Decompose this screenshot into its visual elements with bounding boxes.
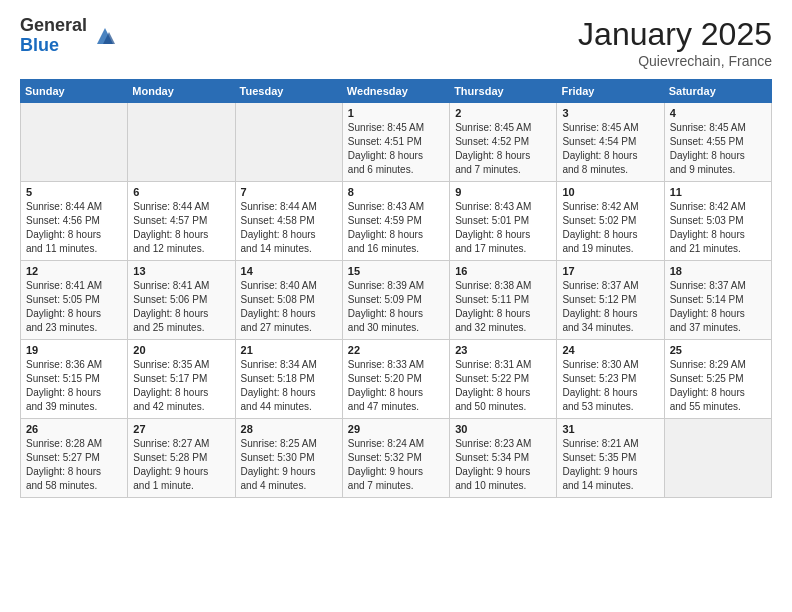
calendar-cell: 12Sunrise: 8:41 AM Sunset: 5:05 PM Dayli… [21, 261, 128, 340]
day-info: Sunrise: 8:27 AM Sunset: 5:28 PM Dayligh… [133, 437, 229, 493]
day-number: 28 [241, 423, 337, 435]
calendar-cell: 15Sunrise: 8:39 AM Sunset: 5:09 PM Dayli… [342, 261, 449, 340]
day-number: 25 [670, 344, 766, 356]
calendar-cell: 28Sunrise: 8:25 AM Sunset: 5:30 PM Dayli… [235, 419, 342, 498]
calendar-cell: 25Sunrise: 8:29 AM Sunset: 5:25 PM Dayli… [664, 340, 771, 419]
calendar-cell: 3Sunrise: 8:45 AM Sunset: 4:54 PM Daylig… [557, 103, 664, 182]
logo-icon [91, 22, 119, 50]
day-number: 9 [455, 186, 551, 198]
calendar-week-row: 26Sunrise: 8:28 AM Sunset: 5:27 PM Dayli… [21, 419, 772, 498]
day-number: 15 [348, 265, 444, 277]
day-number: 16 [455, 265, 551, 277]
calendar-cell: 27Sunrise: 8:27 AM Sunset: 5:28 PM Dayli… [128, 419, 235, 498]
day-number: 7 [241, 186, 337, 198]
day-number: 11 [670, 186, 766, 198]
calendar-cell: 19Sunrise: 8:36 AM Sunset: 5:15 PM Dayli… [21, 340, 128, 419]
calendar-cell [664, 419, 771, 498]
calendar-cell: 16Sunrise: 8:38 AM Sunset: 5:11 PM Dayli… [450, 261, 557, 340]
calendar-cell: 2Sunrise: 8:45 AM Sunset: 4:52 PM Daylig… [450, 103, 557, 182]
calendar-cell: 14Sunrise: 8:40 AM Sunset: 5:08 PM Dayli… [235, 261, 342, 340]
day-number: 2 [455, 107, 551, 119]
calendar-cell: 20Sunrise: 8:35 AM Sunset: 5:17 PM Dayli… [128, 340, 235, 419]
calendar-cell: 8Sunrise: 8:43 AM Sunset: 4:59 PM Daylig… [342, 182, 449, 261]
calendar-cell: 6Sunrise: 8:44 AM Sunset: 4:57 PM Daylig… [128, 182, 235, 261]
month-title: January 2025 [578, 16, 772, 53]
day-info: Sunrise: 8:31 AM Sunset: 5:22 PM Dayligh… [455, 358, 551, 414]
day-info: Sunrise: 8:25 AM Sunset: 5:30 PM Dayligh… [241, 437, 337, 493]
calendar-cell: 7Sunrise: 8:44 AM Sunset: 4:58 PM Daylig… [235, 182, 342, 261]
calendar-cell: 26Sunrise: 8:28 AM Sunset: 5:27 PM Dayli… [21, 419, 128, 498]
day-number: 17 [562, 265, 658, 277]
calendar-cell: 21Sunrise: 8:34 AM Sunset: 5:18 PM Dayli… [235, 340, 342, 419]
page: General Blue January 2025 Quievrechain, … [0, 0, 792, 612]
day-number: 27 [133, 423, 229, 435]
day-number: 3 [562, 107, 658, 119]
calendar-cell: 24Sunrise: 8:30 AM Sunset: 5:23 PM Dayli… [557, 340, 664, 419]
calendar-cell: 9Sunrise: 8:43 AM Sunset: 5:01 PM Daylig… [450, 182, 557, 261]
calendar-week-row: 1Sunrise: 8:45 AM Sunset: 4:51 PM Daylig… [21, 103, 772, 182]
calendar-cell: 13Sunrise: 8:41 AM Sunset: 5:06 PM Dayli… [128, 261, 235, 340]
day-info: Sunrise: 8:41 AM Sunset: 5:05 PM Dayligh… [26, 279, 122, 335]
logo-blue: Blue [20, 36, 87, 56]
day-number: 23 [455, 344, 551, 356]
day-info: Sunrise: 8:35 AM Sunset: 5:17 PM Dayligh… [133, 358, 229, 414]
day-number: 6 [133, 186, 229, 198]
day-info: Sunrise: 8:37 AM Sunset: 5:12 PM Dayligh… [562, 279, 658, 335]
logo-general: General [20, 16, 87, 36]
calendar-cell: 4Sunrise: 8:45 AM Sunset: 4:55 PM Daylig… [664, 103, 771, 182]
day-number: 4 [670, 107, 766, 119]
day-info: Sunrise: 8:45 AM Sunset: 4:55 PM Dayligh… [670, 121, 766, 177]
calendar-table: SundayMondayTuesdayWednesdayThursdayFrid… [20, 79, 772, 498]
day-number: 30 [455, 423, 551, 435]
day-info: Sunrise: 8:39 AM Sunset: 5:09 PM Dayligh… [348, 279, 444, 335]
day-info: Sunrise: 8:30 AM Sunset: 5:23 PM Dayligh… [562, 358, 658, 414]
day-info: Sunrise: 8:42 AM Sunset: 5:03 PM Dayligh… [670, 200, 766, 256]
day-number: 1 [348, 107, 444, 119]
day-info: Sunrise: 8:28 AM Sunset: 5:27 PM Dayligh… [26, 437, 122, 493]
day-info: Sunrise: 8:33 AM Sunset: 5:20 PM Dayligh… [348, 358, 444, 414]
day-header-wednesday: Wednesday [342, 80, 449, 103]
calendar-cell: 5Sunrise: 8:44 AM Sunset: 4:56 PM Daylig… [21, 182, 128, 261]
day-number: 10 [562, 186, 658, 198]
day-number: 24 [562, 344, 658, 356]
day-info: Sunrise: 8:24 AM Sunset: 5:32 PM Dayligh… [348, 437, 444, 493]
day-number: 12 [26, 265, 122, 277]
day-info: Sunrise: 8:29 AM Sunset: 5:25 PM Dayligh… [670, 358, 766, 414]
calendar-cell [21, 103, 128, 182]
day-info: Sunrise: 8:45 AM Sunset: 4:54 PM Dayligh… [562, 121, 658, 177]
day-info: Sunrise: 8:44 AM Sunset: 4:57 PM Dayligh… [133, 200, 229, 256]
day-info: Sunrise: 8:38 AM Sunset: 5:11 PM Dayligh… [455, 279, 551, 335]
calendar-week-row: 19Sunrise: 8:36 AM Sunset: 5:15 PM Dayli… [21, 340, 772, 419]
day-info: Sunrise: 8:36 AM Sunset: 5:15 PM Dayligh… [26, 358, 122, 414]
day-number: 22 [348, 344, 444, 356]
location: Quievrechain, France [578, 53, 772, 69]
header: General Blue January 2025 Quievrechain, … [20, 16, 772, 69]
calendar-week-row: 5Sunrise: 8:44 AM Sunset: 4:56 PM Daylig… [21, 182, 772, 261]
calendar-cell: 18Sunrise: 8:37 AM Sunset: 5:14 PM Dayli… [664, 261, 771, 340]
day-header-sunday: Sunday [21, 80, 128, 103]
day-header-saturday: Saturday [664, 80, 771, 103]
day-number: 8 [348, 186, 444, 198]
calendar-cell: 31Sunrise: 8:21 AM Sunset: 5:35 PM Dayli… [557, 419, 664, 498]
day-number: 20 [133, 344, 229, 356]
calendar-cell [235, 103, 342, 182]
day-info: Sunrise: 8:23 AM Sunset: 5:34 PM Dayligh… [455, 437, 551, 493]
day-number: 19 [26, 344, 122, 356]
day-header-monday: Monday [128, 80, 235, 103]
day-info: Sunrise: 8:37 AM Sunset: 5:14 PM Dayligh… [670, 279, 766, 335]
calendar-cell: 22Sunrise: 8:33 AM Sunset: 5:20 PM Dayli… [342, 340, 449, 419]
calendar-cell: 11Sunrise: 8:42 AM Sunset: 5:03 PM Dayli… [664, 182, 771, 261]
day-info: Sunrise: 8:42 AM Sunset: 5:02 PM Dayligh… [562, 200, 658, 256]
calendar-cell: 29Sunrise: 8:24 AM Sunset: 5:32 PM Dayli… [342, 419, 449, 498]
calendar-cell: 10Sunrise: 8:42 AM Sunset: 5:02 PM Dayli… [557, 182, 664, 261]
logo: General Blue [20, 16, 119, 56]
calendar-cell: 30Sunrise: 8:23 AM Sunset: 5:34 PM Dayli… [450, 419, 557, 498]
calendar-cell [128, 103, 235, 182]
day-header-tuesday: Tuesday [235, 80, 342, 103]
calendar-header-row: SundayMondayTuesdayWednesdayThursdayFrid… [21, 80, 772, 103]
day-number: 26 [26, 423, 122, 435]
day-info: Sunrise: 8:44 AM Sunset: 4:58 PM Dayligh… [241, 200, 337, 256]
day-info: Sunrise: 8:41 AM Sunset: 5:06 PM Dayligh… [133, 279, 229, 335]
day-number: 13 [133, 265, 229, 277]
day-number: 31 [562, 423, 658, 435]
